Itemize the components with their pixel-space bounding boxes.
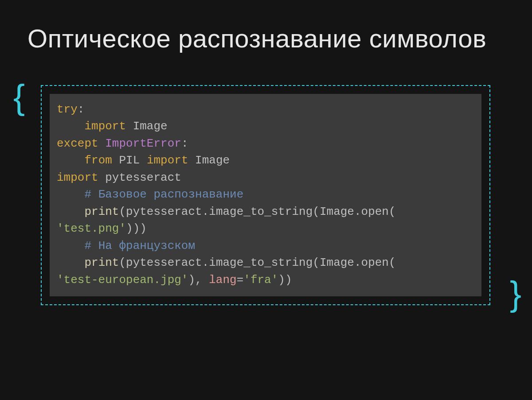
code-identifier: Image — [195, 154, 230, 167]
code-keyword: import — [57, 171, 98, 184]
code-comment: # Базовое распознавание — [84, 188, 243, 201]
code-punct: ( — [119, 205, 126, 218]
code-punct: ))) — [126, 222, 147, 235]
code-comment: # На французском — [84, 239, 195, 252]
brace-left-icon: { — [13, 77, 25, 117]
code-identifier: pytesseract — [105, 171, 181, 184]
code-punct: : — [78, 103, 85, 116]
code-punct: ), — [188, 273, 209, 287]
code-punct: ( — [313, 256, 320, 269]
code-identifier: pytesseract.image_to_string — [126, 256, 313, 269]
code-string: 'test-european.jpg' — [57, 273, 188, 287]
code-indent — [57, 154, 84, 167]
code-punct: ( — [313, 205, 320, 218]
code-identifier: Image — [133, 120, 168, 133]
code-keyword: from — [84, 154, 112, 167]
code-punct: ( — [389, 256, 396, 269]
code-indent — [57, 256, 84, 269]
code-identifier: PIL — [119, 154, 140, 167]
code-keyword: import — [84, 120, 126, 133]
code-identifier: Image.open — [320, 256, 389, 269]
code-punct: = — [237, 273, 244, 287]
slide-title: Оптическое распознавание символов — [0, 0, 532, 58]
code-punct: ( — [389, 205, 396, 218]
code-keyword: try — [57, 103, 78, 116]
code-indent — [57, 120, 84, 133]
code-function: print — [84, 256, 119, 269]
code-string: 'test.png' — [57, 222, 126, 235]
code-function: print — [84, 205, 119, 218]
code-keyword: except — [57, 137, 98, 150]
brace-right-icon: } — [510, 274, 521, 314]
code-block: try: import Image except ImportError: fr… — [50, 94, 481, 296]
content-area: { } try: import Image except ImportError… — [0, 85, 532, 305]
code-punct: : — [181, 137, 188, 150]
code-keyword: import — [147, 154, 188, 167]
code-parameter: lang — [209, 273, 236, 287]
code-class: ImportError — [105, 137, 181, 150]
code-string: 'fra' — [243, 273, 278, 287]
code-punct: )) — [278, 273, 292, 287]
code-container: try: import Image except ImportError: fr… — [41, 85, 490, 305]
code-punct: ( — [119, 256, 126, 269]
code-indent — [57, 239, 84, 252]
code-indent — [57, 188, 84, 201]
code-indent — [57, 205, 84, 218]
code-identifier: Image.open — [320, 205, 389, 218]
code-identifier: pytesseract.image_to_string — [126, 205, 313, 218]
